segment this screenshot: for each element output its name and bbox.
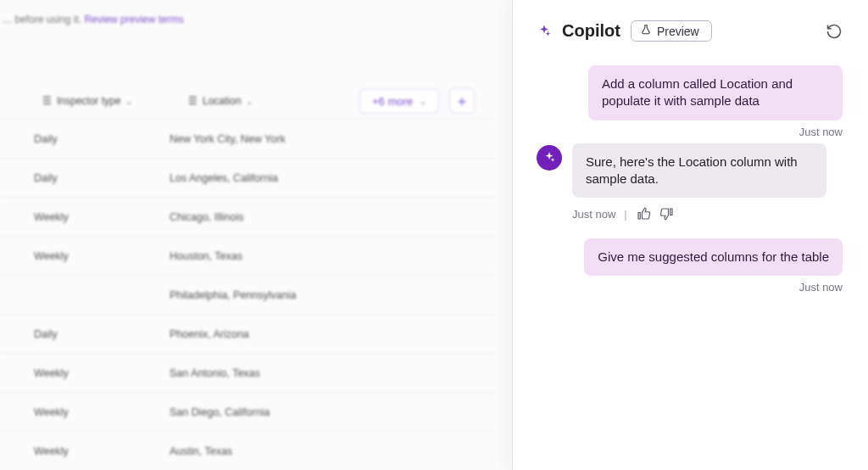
copilot-pane: Copilot Preview Add a column called Loca… bbox=[512, 0, 868, 470]
cell-location: New York City, New York bbox=[170, 133, 424, 145]
table-row[interactable]: Daily New York City, New York bbox=[0, 119, 495, 158]
chevron-down-icon: ⌄ bbox=[420, 97, 426, 106]
user-message: Add a column called Location and populat… bbox=[537, 65, 843, 138]
table-header-row: ☰ Inspector type ⌄ ☰ Location ⌄ +6 more … bbox=[0, 83, 495, 119]
cell-location: San Antonio, Texas bbox=[170, 367, 424, 379]
banner-text: … before using it. bbox=[2, 14, 81, 25]
column-header-label: Inspector type bbox=[57, 95, 120, 107]
cell-inspector: Daily bbox=[34, 133, 170, 145]
preview-banner: … before using it. Review preview terms bbox=[0, 10, 495, 32]
table-row[interactable]: Daily Los Angeles, California bbox=[0, 158, 495, 197]
plus-icon: ＋ bbox=[454, 91, 470, 111]
column-header-label: Location bbox=[203, 95, 241, 107]
assistant-message: Sure, here's the Location column with sa… bbox=[537, 143, 843, 199]
timestamp: Just now bbox=[799, 281, 843, 294]
chevron-down-icon: ⌄ bbox=[125, 97, 132, 106]
table-row[interactable]: Philadelphia, Pennsylvania bbox=[0, 275, 495, 314]
user-bubble: Add a column called Location and populat… bbox=[588, 65, 843, 120]
abc-icon: ☰ bbox=[188, 95, 198, 107]
more-columns-pill[interactable]: +6 more ⌄ bbox=[359, 89, 439, 114]
cell-location: Philadelphia, Pennsylvania bbox=[170, 289, 424, 301]
preview-badge[interactable]: Preview bbox=[631, 20, 712, 42]
refresh-button[interactable] bbox=[826, 23, 843, 40]
user-message: Give me suggested columns for the table … bbox=[537, 238, 843, 294]
table-row[interactable]: Daily Phoenix, Arizona bbox=[0, 314, 495, 353]
cell-location: Phoenix, Arizona bbox=[170, 328, 424, 340]
more-columns-label: +6 more bbox=[372, 95, 413, 108]
cell-inspector: Weekly bbox=[34, 367, 170, 379]
table-row[interactable]: Weekly San Antonio, Texas bbox=[0, 353, 495, 392]
flask-icon bbox=[640, 24, 652, 38]
timestamp: Just now bbox=[572, 208, 615, 221]
cell-location: Los Angeles, California bbox=[170, 172, 424, 184]
table-row[interactable]: Weekly San Diego, California bbox=[0, 392, 495, 431]
cell-inspector: Weekly bbox=[34, 445, 170, 457]
table-canvas: … before using it. Review preview terms … bbox=[0, 0, 512, 470]
table-row[interactable]: Weekly Chicago, Illinois bbox=[0, 197, 495, 236]
copilot-avatar bbox=[537, 145, 562, 171]
abc-icon: ☰ bbox=[42, 95, 52, 107]
cell-location: Chicago, Illinois bbox=[170, 211, 424, 223]
column-header-inspector-type[interactable]: ☰ Inspector type ⌄ bbox=[34, 90, 170, 112]
preview-label: Preview bbox=[657, 25, 699, 38]
chat-thread: Add a column called Location and populat… bbox=[537, 65, 843, 294]
copilot-header: Copilot Preview bbox=[537, 20, 843, 42]
cell-location: San Diego, California bbox=[170, 406, 424, 418]
cell-inspector: Weekly bbox=[34, 250, 170, 262]
cell-inspector: Weekly bbox=[34, 211, 170, 223]
add-column-button[interactable]: ＋ bbox=[449, 88, 475, 114]
banner-link[interactable]: Review preview terms bbox=[84, 14, 183, 25]
data-table: ☰ Inspector type ⌄ ☰ Location ⌄ +6 more … bbox=[0, 83, 495, 470]
separator: | bbox=[624, 208, 626, 221]
cell-inspector: Daily bbox=[34, 328, 170, 340]
table-row[interactable]: Weekly Austin, Texas bbox=[0, 431, 495, 470]
thumbs-down-button[interactable] bbox=[659, 206, 675, 221]
thumbs-up-button[interactable] bbox=[636, 206, 651, 221]
sparkle-icon bbox=[537, 24, 552, 39]
chevron-down-icon: ⌄ bbox=[246, 97, 253, 106]
column-header-location[interactable]: ☰ Location ⌄ bbox=[180, 90, 349, 112]
assistant-bubble: Sure, here's the Location column with sa… bbox=[572, 143, 826, 199]
copilot-title: Copilot bbox=[562, 21, 620, 41]
cell-inspector: Daily bbox=[34, 172, 170, 184]
cell-location: Austin, Texas bbox=[170, 445, 424, 457]
assistant-feedback-row: Just now | bbox=[572, 206, 843, 221]
table-row[interactable]: Weekly Houston, Texas bbox=[0, 236, 495, 275]
timestamp: Just now bbox=[799, 126, 843, 138]
cell-inspector: Weekly bbox=[34, 406, 170, 418]
cell-location: Houston, Texas bbox=[170, 250, 424, 262]
user-bubble: Give me suggested columns for the table bbox=[584, 238, 843, 276]
